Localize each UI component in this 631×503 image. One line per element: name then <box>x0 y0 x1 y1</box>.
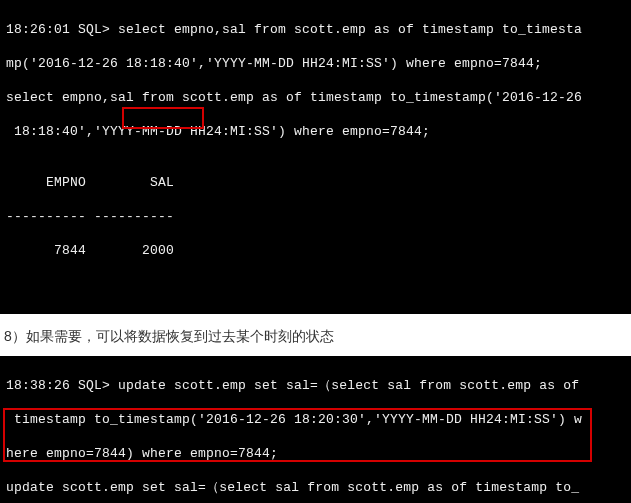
terminal-block-2: 18:38:26 SQL> update scott.emp set sal=（… <box>0 356 631 503</box>
terminal-block-1: 18:26:01 SQL> select empno,sal from scot… <box>0 0 631 314</box>
highlight-update-statement <box>3 408 592 462</box>
step-annotation: 8）如果需要，可以将数据恢复到过去某个时刻的状态 <box>0 314 631 356</box>
highlight-sal-2000 <box>122 107 204 129</box>
